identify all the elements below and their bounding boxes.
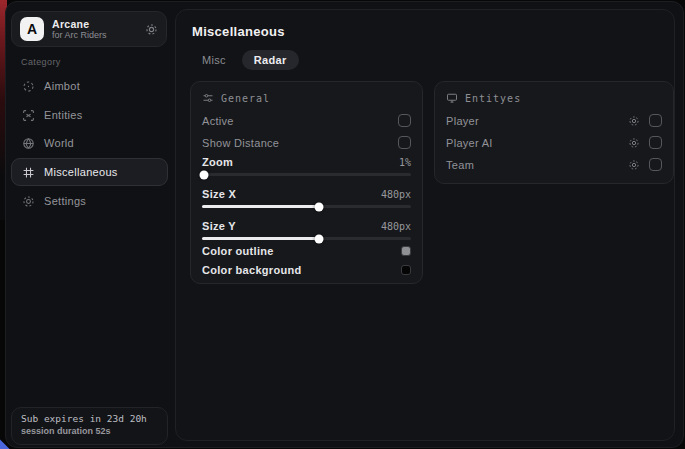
- main-panel: Miscellaneous Misc Radar General Active …: [175, 9, 675, 441]
- player-ai-checkbox[interactable]: [649, 136, 662, 149]
- page-title: Miscellaneous: [192, 24, 285, 39]
- size-y-row: Size Y 480px: [202, 220, 411, 232]
- zoom-slider-thumb[interactable]: [200, 170, 209, 179]
- color-outline-swatch[interactable]: [401, 246, 411, 256]
- team-label: Team: [446, 159, 474, 171]
- grid-icon: [22, 166, 35, 179]
- size-y-slider[interactable]: [202, 234, 411, 243]
- app-logo: A: [20, 17, 44, 41]
- sidebar-item-label: Settings: [44, 195, 86, 207]
- active-checkbox[interactable]: [398, 114, 411, 127]
- player-ai-config-gear-icon[interactable]: [628, 137, 640, 149]
- sidebar-item-label: Miscellaneous: [44, 166, 118, 178]
- sub-expires-text: Sub expires in 23d 20h: [21, 413, 158, 424]
- show-distance-checkbox[interactable]: [398, 136, 411, 149]
- monitor-icon: [446, 92, 458, 104]
- team-row: Team: [446, 158, 662, 171]
- player-row: Player: [446, 114, 662, 127]
- sidebar-item-miscellaneous[interactable]: Miscellaneous: [11, 158, 168, 186]
- general-card-title: General: [221, 93, 270, 104]
- active-label: Active: [202, 115, 234, 127]
- show-distance-label: Show Distance: [202, 137, 279, 149]
- player-label: Player: [446, 115, 479, 127]
- color-outline-label: Color outline: [202, 245, 274, 257]
- gear-icon: [22, 195, 35, 208]
- app-header-card: A Arcane for Arc Riders: [11, 11, 167, 47]
- sidebar-item-label: Entities: [44, 109, 82, 121]
- app-name: Arcane: [52, 18, 137, 30]
- player-ai-row: Player AI: [446, 136, 662, 149]
- sidebar-item-world[interactable]: World: [11, 130, 168, 156]
- zoom-slider[interactable]: [202, 170, 411, 179]
- size-x-slider[interactable]: [202, 202, 411, 211]
- size-x-label: Size X: [202, 188, 236, 200]
- active-row: Active: [202, 114, 411, 127]
- team-checkbox[interactable]: [649, 158, 662, 171]
- app-window: A Arcane for Arc Riders Category Aimbot: [5, 1, 684, 448]
- sidebar-item-aimbot[interactable]: Aimbot: [11, 73, 168, 99]
- globe-icon: [22, 137, 35, 150]
- size-y-slider-thumb[interactable]: [315, 234, 324, 243]
- entities-card-title: Entityes: [465, 93, 521, 104]
- sidebar: A Arcane for Arc Riders Category Aimbot: [6, 2, 175, 447]
- size-x-row: Size X 480px: [202, 188, 411, 200]
- zoom-value: 1%: [399, 157, 411, 168]
- size-y-label: Size Y: [202, 220, 236, 232]
- crosshair-icon: [22, 80, 35, 93]
- color-outline-row: Color outline: [202, 245, 411, 257]
- sliders-icon: [202, 92, 214, 104]
- color-background-swatch[interactable]: [401, 265, 411, 275]
- tab-misc[interactable]: Misc: [190, 50, 238, 70]
- tab-radar[interactable]: Radar: [242, 50, 299, 70]
- color-background-row: Color background: [202, 264, 411, 276]
- tab-bar: Misc Radar: [190, 50, 299, 70]
- size-x-slider-thumb[interactable]: [315, 202, 324, 211]
- show-distance-row: Show Distance: [202, 136, 411, 149]
- size-x-value: 480px: [381, 189, 411, 200]
- sidebar-item-settings[interactable]: Settings: [11, 188, 168, 214]
- general-card: General Active Show Distance Zoom 1%: [190, 81, 423, 284]
- entities-card: Entityes Player Player AI: [434, 81, 674, 184]
- player-ai-label: Player AI: [446, 137, 493, 149]
- zoom-label: Zoom: [202, 156, 233, 168]
- sidebar-item-label: World: [44, 137, 74, 149]
- scan-box-icon: [22, 109, 35, 122]
- category-label: Category: [21, 57, 61, 67]
- team-config-gear-icon[interactable]: [628, 159, 640, 171]
- player-config-gear-icon[interactable]: [628, 115, 640, 127]
- sidebar-item-entities[interactable]: Entities: [11, 102, 168, 128]
- app-settings-gear-icon[interactable]: [145, 23, 158, 36]
- app-subtitle: for Arc Riders: [52, 30, 137, 40]
- player-checkbox[interactable]: [649, 114, 662, 127]
- size-y-value: 480px: [381, 221, 411, 232]
- session-duration-text: session duration 52s: [21, 426, 158, 436]
- color-background-label: Color background: [202, 264, 302, 276]
- zoom-row: Zoom 1%: [202, 156, 411, 168]
- subscription-footer: Sub expires in 23d 20h session duration …: [11, 407, 168, 445]
- sidebar-item-label: Aimbot: [44, 80, 80, 92]
